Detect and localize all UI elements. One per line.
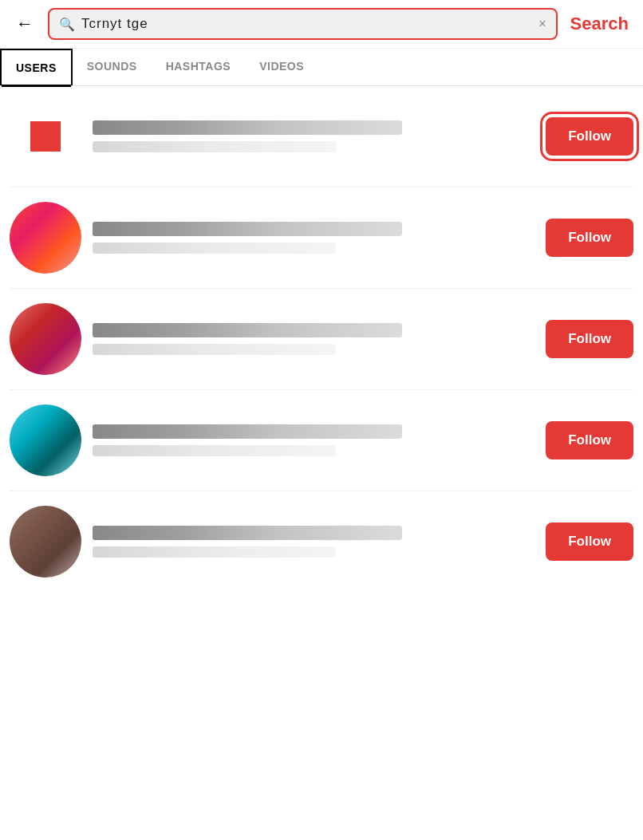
list-item: Follow (10, 491, 633, 592)
username (93, 526, 402, 540)
search-box: 🔍 × (48, 8, 558, 40)
user-info (93, 424, 535, 456)
list-item: Follow (10, 390, 633, 491)
list-item: Follow (10, 187, 633, 289)
user-info (93, 222, 535, 254)
avatar-image (30, 121, 61, 152)
clear-button[interactable]: × (538, 17, 546, 31)
avatar (10, 101, 81, 172)
username (93, 424, 402, 439)
list-item: Follow (10, 289, 633, 390)
tab-users[interactable]: USERS (0, 49, 73, 85)
display-name (93, 141, 336, 152)
avatar (10, 404, 81, 476)
back-button[interactable]: ← (10, 10, 40, 37)
search-input[interactable] (81, 16, 532, 32)
avatar (10, 506, 81, 578)
display-name (93, 243, 336, 254)
follow-button[interactable]: Follow (546, 523, 633, 561)
display-name (93, 546, 336, 558)
search-button[interactable]: Search (566, 10, 633, 37)
tab-sounds[interactable]: SOUNDS (73, 49, 152, 85)
header: ← 🔍 × Search (0, 0, 643, 49)
user-info (93, 323, 535, 355)
display-name (93, 445, 336, 456)
avatar (10, 202, 81, 274)
user-info (93, 120, 535, 152)
tab-videos[interactable]: VIDEOS (245, 49, 318, 85)
search-icon: 🔍 (59, 17, 75, 32)
follow-button[interactable]: Follow (546, 219, 633, 257)
username (93, 120, 402, 135)
tab-bar: USERS SOUNDS HASHTAGS VIDEOS (0, 49, 643, 86)
user-info (93, 526, 535, 558)
follow-button[interactable]: Follow (546, 421, 633, 459)
display-name (93, 344, 336, 355)
username (93, 323, 402, 337)
follow-button[interactable]: Follow (546, 117, 633, 156)
user-list: Follow Follow Follow Follow (0, 86, 643, 592)
list-item: Follow (10, 86, 633, 187)
follow-button[interactable]: Follow (546, 320, 633, 358)
avatar (10, 303, 81, 375)
username (93, 222, 402, 236)
tab-hashtags[interactable]: HASHTAGS (152, 49, 246, 85)
